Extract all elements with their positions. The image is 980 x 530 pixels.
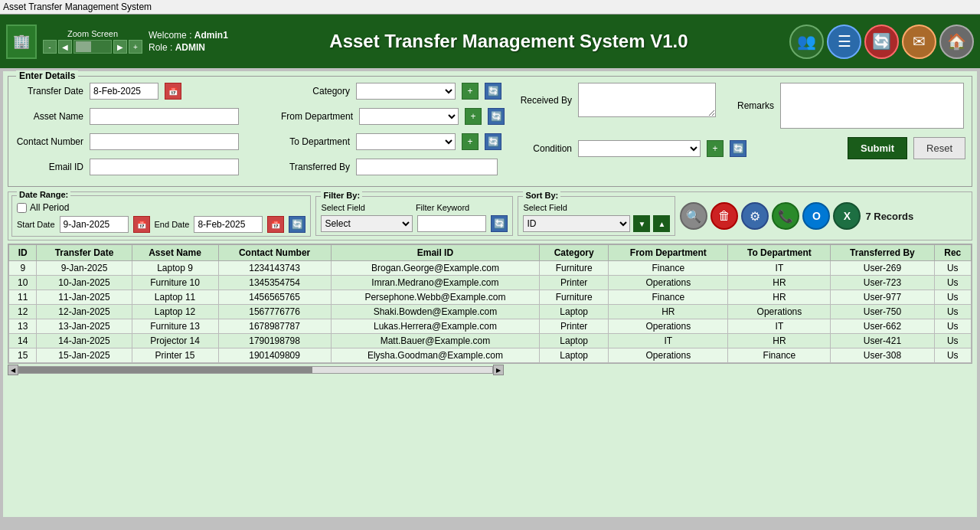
remarks-label: Remarks xyxy=(728,100,774,111)
zoom-thumb xyxy=(76,41,91,52)
remarks-textarea[interactable] xyxy=(780,83,964,129)
transfer-date-input[interactable] xyxy=(90,83,158,100)
table-row[interactable]: 1313-Jan-2025Furniture 131678987787Lukas… xyxy=(9,319,972,334)
excel-action-button[interactable]: X xyxy=(833,202,861,230)
welcome-label: Welcome : xyxy=(149,30,191,41)
users-button[interactable]: 👥 xyxy=(789,25,824,59)
asset-name-input[interactable] xyxy=(90,108,239,125)
action-icons: 🔍 🗑 ⚙ 📞 O X xyxy=(680,202,861,230)
main-content: Enter Details Transfer Date 📅 Asset Name xyxy=(3,71,977,517)
col-to-dept[interactable]: To Department xyxy=(728,245,831,261)
delete-action-button[interactable]: 🗑 xyxy=(710,202,738,230)
filter-field-select[interactable]: Select ID Asset Name Category From Depar… xyxy=(321,215,413,232)
to-dept-row: To Department Finance HR IT Operations +… xyxy=(281,133,505,150)
category-label: Category xyxy=(281,86,350,97)
table-row[interactable]: 99-Jan-2025Laptop 91234143743Brogan.Geor… xyxy=(9,261,972,276)
date-range-refresh-button[interactable]: 🔄 xyxy=(289,216,305,233)
scroll-right-button[interactable]: ▶ xyxy=(493,365,504,375)
filter-keyword-input[interactable] xyxy=(417,215,486,232)
zoom-prev-button[interactable]: ◀ xyxy=(58,40,72,54)
title-bar-text: Asset Transfer Management System xyxy=(3,2,152,12)
transferred-by-input[interactable] xyxy=(356,159,498,175)
col-email-id[interactable]: Email ID xyxy=(331,245,540,261)
col-contact-number[interactable]: Contact Number xyxy=(218,245,331,261)
col-transferred-by[interactable]: Transferred By xyxy=(831,245,934,261)
to-dept-select[interactable]: Finance HR IT Operations xyxy=(356,133,456,150)
col-transfer-date[interactable]: Transfer Date xyxy=(37,245,132,261)
email-id-input[interactable] xyxy=(90,159,239,175)
table-header-row: ID Transfer Date Asset Name Contact Numb… xyxy=(9,245,972,261)
condition-refresh-button[interactable]: 🔄 xyxy=(730,140,746,157)
enter-details-title: Enter Details xyxy=(16,70,78,81)
phone-action-button[interactable]: 📞 xyxy=(772,202,799,230)
transferred-by-label: Transferred By xyxy=(281,162,350,172)
data-table-container[interactable]: ID Transfer Date Asset Name Contact Numb… xyxy=(8,244,972,364)
contact-number-row: Contact Number xyxy=(15,133,275,150)
start-date-input[interactable] xyxy=(60,216,129,233)
zoom-minus-button[interactable]: - xyxy=(43,40,57,54)
sort-field-select[interactable]: ID Transfer Date Asset Name Category Fro… xyxy=(523,215,630,232)
category-select[interactable]: Furniture Laptop Printer Projector xyxy=(356,83,456,100)
col-asset-name[interactable]: Asset Name xyxy=(132,245,218,261)
all-period-label: All Period xyxy=(30,202,69,213)
home-button[interactable]: 🏠 xyxy=(939,25,974,59)
submit-button[interactable]: Submit xyxy=(848,137,907,159)
sort-desc-button[interactable]: ▼ xyxy=(633,215,650,232)
end-date-input[interactable] xyxy=(194,216,263,233)
table-row[interactable]: 1414-Jan-2025Projector 141790198798Matt.… xyxy=(9,334,972,348)
col-id[interactable]: ID xyxy=(9,245,37,261)
list-button[interactable]: ☰ xyxy=(827,25,861,59)
end-date-calendar-button[interactable]: 📅 xyxy=(267,216,284,233)
received-by-label: Received By xyxy=(511,95,572,106)
table-body: 99-Jan-2025Laptop 91234143743Brogan.Geor… xyxy=(9,261,972,363)
table-row[interactable]: 1111-Jan-2025Laptop 111456565765Persepho… xyxy=(9,290,972,305)
reset-button[interactable]: Reset xyxy=(913,137,965,159)
zoom-next-button[interactable]: ▶ xyxy=(113,40,127,54)
zoom-controls: - ◀ ▶ + xyxy=(43,40,142,54)
welcome-section: Welcome : Admin1 Role : ADMIN xyxy=(149,30,228,53)
outlook-action-button[interactable]: O xyxy=(802,202,830,230)
category-add-button[interactable]: + xyxy=(462,83,479,100)
select-field-label: Select Field xyxy=(321,203,364,212)
condition-add-button[interactable]: + xyxy=(707,140,724,157)
col-category[interactable]: Category xyxy=(540,245,609,261)
end-date-label: End Date xyxy=(155,220,190,229)
from-dept-select[interactable]: Finance HR IT Operations xyxy=(359,108,459,125)
col-from-dept[interactable]: From Department xyxy=(609,245,728,261)
table-row[interactable]: 1010-Jan-2025Furniture 101345354754Imran… xyxy=(9,276,972,290)
settings-action-button[interactable]: ⚙ xyxy=(741,202,769,230)
transfer-date-label: Transfer Date xyxy=(15,86,83,97)
h-scroll-track[interactable] xyxy=(18,366,493,374)
contact-number-label: Contact Number xyxy=(15,136,83,147)
table-row[interactable]: 1212-Jan-2025Laptop 121567776776Shaki.Bo… xyxy=(9,305,972,319)
scroll-left-button[interactable]: ◀ xyxy=(8,365,18,375)
filter-refresh-button[interactable]: 🔄 xyxy=(491,215,508,232)
zoom-plus-button[interactable]: + xyxy=(129,40,142,54)
start-date-calendar-button[interactable]: 📅 xyxy=(133,216,150,233)
filter-keyword-label: Filter Keyword xyxy=(416,203,469,212)
welcome-row: Welcome : Admin1 xyxy=(149,30,228,41)
all-period-checkbox[interactable] xyxy=(17,203,27,213)
email-button[interactable]: ✉ xyxy=(902,25,936,59)
to-dept-refresh-button[interactable]: 🔄 xyxy=(485,133,501,150)
from-dept-add-button[interactable]: + xyxy=(465,108,482,125)
table-row[interactable]: 1515-Jan-2025Printer 151901409809Elysha.… xyxy=(9,348,972,363)
condition-select[interactable]: Good Fair Poor xyxy=(578,140,701,157)
refresh-button[interactable]: 🔄 xyxy=(864,25,899,59)
h-scroll-thumb[interactable] xyxy=(19,367,312,373)
sort-select-field-label: Select Field xyxy=(523,203,670,212)
search-action-button[interactable]: 🔍 xyxy=(680,202,707,230)
received-by-textarea[interactable] xyxy=(578,83,716,117)
asset-name-label: Asset Name xyxy=(15,111,83,122)
to-dept-add-button[interactable]: + xyxy=(462,133,479,150)
sort-asc-button[interactable]: ▲ xyxy=(653,215,670,232)
contact-number-input[interactable] xyxy=(90,133,239,150)
category-refresh-button[interactable]: 🔄 xyxy=(485,83,501,100)
from-dept-label: From Department xyxy=(281,111,353,122)
from-dept-refresh-button[interactable]: 🔄 xyxy=(488,108,505,125)
col-rec[interactable]: Rec xyxy=(934,245,972,261)
enter-details-section: Enter Details Transfer Date 📅 Asset Name xyxy=(8,76,972,187)
records-count: 7 Records xyxy=(865,211,913,222)
data-table: ID Transfer Date Asset Name Contact Numb… xyxy=(8,244,972,363)
transfer-date-calendar-button[interactable]: 📅 xyxy=(165,83,181,100)
